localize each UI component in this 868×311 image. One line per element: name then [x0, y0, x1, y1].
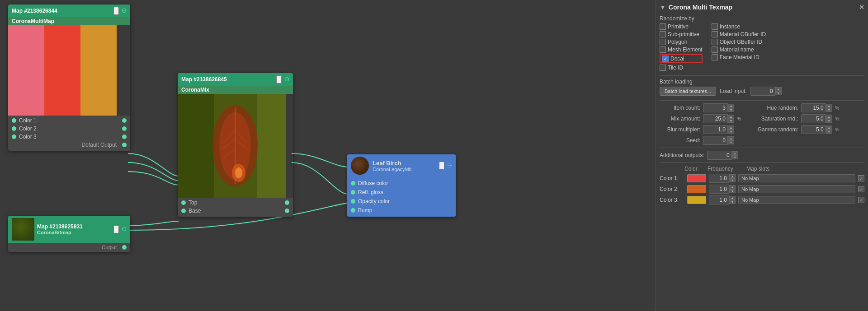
color1-map-field[interactable]	[738, 174, 855, 182]
color1-freq-down[interactable]: ▼	[729, 178, 736, 182]
additional-field[interactable]	[707, 151, 732, 160]
batch-row: Batch load textures... Load input: ▲ ▼	[660, 87, 864, 96]
item-count-down[interactable]: ▼	[728, 108, 734, 112]
cb-material-name-label: Material name	[720, 46, 754, 53]
color3-freq-down[interactable]: ▼	[729, 200, 736, 204]
blur-down[interactable]: ▼	[728, 130, 734, 134]
param-blur: Blur multipier: ▲ ▼	[660, 125, 741, 134]
sat-field[interactable]	[801, 114, 826, 123]
color3-freq-field[interactable]	[709, 195, 729, 204]
cb-material-gbuffer-box[interactable]	[712, 31, 718, 37]
color1-freq-spin-btns: ▲ ▼	[729, 174, 736, 182]
port-opacity: Opacity color	[351, 197, 452, 206]
cb-polygon: Polygon	[660, 39, 703, 45]
col-header-color: Color	[684, 166, 705, 172]
hue-up[interactable]: ▲	[826, 104, 832, 108]
color2-check[interactable]: ✓	[858, 186, 864, 192]
port-label-diffuse: Diffuse color	[358, 180, 388, 186]
mix-amount-up[interactable]: ▲	[728, 115, 734, 119]
divider-3	[660, 148, 864, 148]
coronamix-header: Map #2138626845 − ⚇	[178, 73, 293, 86]
bitmap-header: Map #2138625831 CoronaBitmap − ⚇	[8, 216, 130, 243]
cb-decal: Decal	[660, 54, 703, 63]
port-color2: Color 2	[12, 125, 127, 133]
load-input-spin-btns: ▲ ▼	[775, 87, 782, 95]
cb-mesh-element-box[interactable]	[660, 46, 666, 53]
blur-field[interactable]	[703, 125, 728, 134]
cb-tileid-box[interactable]	[660, 65, 666, 71]
bitmap-minimize[interactable]: −	[113, 225, 119, 233]
port-label-refl-gloss: Refl. gloss.	[358, 189, 385, 195]
cb-instance-box[interactable]	[712, 23, 718, 30]
color1-check[interactable]: ✓	[858, 175, 864, 181]
panel-collapse-icon[interactable]: ▼	[660, 4, 666, 11]
load-input-field[interactable]	[750, 87, 775, 96]
multimap-minimize[interactable]: −	[113, 7, 119, 15]
color1-swatch[interactable]	[687, 174, 706, 182]
sat-up[interactable]: ▲	[826, 115, 832, 119]
mix-amount-spin-btns: ▲ ▼	[728, 115, 734, 123]
color2-freq-down[interactable]: ▼	[729, 189, 736, 193]
color3-swatch[interactable]	[687, 196, 706, 204]
gamma-field[interactable]	[801, 125, 826, 134]
panel-close-icon[interactable]: ✕	[859, 4, 864, 11]
randomize-section: Randomize by Primitive Sub-primitive Pol…	[660, 15, 864, 71]
blur-label: Blur multipier:	[660, 126, 700, 133]
seed-up[interactable]: ▲	[728, 136, 734, 140]
mix-amount-field[interactable]	[703, 114, 728, 123]
color2-freq-spinbox: ▲ ▼	[709, 185, 736, 194]
bitmap-header-content: Map #2138625831 CoronaBitmap	[12, 218, 83, 241]
load-input-up[interactable]: ▲	[775, 87, 782, 91]
color2-map-field[interactable]	[738, 185, 855, 193]
hue-field[interactable]	[801, 103, 826, 112]
color2-freq-up[interactable]: ▲	[729, 185, 736, 189]
item-count-up[interactable]: ▲	[728, 104, 734, 108]
cb-decal-box[interactable]	[662, 56, 669, 62]
divider-1	[660, 75, 864, 76]
load-input-label: Load input:	[720, 88, 746, 94]
color3-map-field[interactable]	[738, 196, 855, 204]
color1-freq-field[interactable]	[709, 174, 729, 183]
cb-primitive-box[interactable]	[660, 23, 666, 30]
color1-freq-up[interactable]: ▲	[729, 174, 736, 178]
additional-down[interactable]: ▼	[732, 155, 738, 159]
seed-field[interactable]	[703, 136, 728, 145]
additional-spinbox: ▲ ▼	[707, 151, 738, 160]
cb-face-material-box[interactable]	[712, 54, 718, 60]
port-dot-refl-gloss	[351, 190, 355, 195]
cb-primitive-label: Primitive	[668, 23, 689, 30]
gamma-down[interactable]: ▼	[826, 130, 832, 134]
blur-spin-btns: ▲ ▼	[728, 125, 734, 134]
blur-up[interactable]: ▲	[728, 125, 734, 130]
color1-freq-spinbox: ▲ ▼	[709, 174, 736, 183]
cb-polygon-box[interactable]	[660, 39, 666, 45]
item-count-spinbox: ▲ ▼	[703, 103, 734, 112]
cb-material-gbuffer-label: Material GBuffer ID	[720, 31, 766, 37]
coronamix-ports: Top Base	[178, 198, 293, 217]
load-input-down[interactable]: ▼	[775, 91, 782, 95]
batch-load-button[interactable]: Batch load textures...	[660, 87, 716, 96]
cb-object-gbuffer-box[interactable]	[712, 39, 718, 45]
color3-check[interactable]: ✓	[858, 197, 864, 203]
item-count-field[interactable]	[703, 103, 728, 112]
gamma-up[interactable]: ▲	[826, 125, 832, 130]
coronamix-minimize[interactable]: −	[276, 75, 282, 84]
color3-freq-up[interactable]: ▲	[729, 196, 736, 200]
port-dot-base	[181, 209, 186, 213]
additional-up[interactable]: ▲	[732, 151, 738, 155]
cb-subprimitive-box[interactable]	[660, 31, 666, 37]
hue-down[interactable]: ▼	[826, 108, 832, 112]
leafbirch-ports: Diffuse color Refl. gloss. Opacity color…	[347, 177, 456, 217]
panel-header: ▼ Corona Multi Texmap ✕	[660, 4, 864, 11]
leafbirch-subtitle: CoronaLegacyMtl	[373, 167, 411, 172]
cb-material-name-box[interactable]	[712, 46, 718, 53]
randomize-label: Randomize by	[660, 15, 864, 22]
gamma-spinbox: ▲ ▼	[801, 125, 832, 134]
color2-freq-field[interactable]	[709, 185, 729, 194]
leafbirch-minimize[interactable]: −	[439, 162, 444, 170]
color2-swatch[interactable]	[687, 185, 706, 193]
sat-down[interactable]: ▼	[826, 119, 832, 123]
seed-down[interactable]: ▼	[728, 140, 734, 144]
port-dot-right-color1	[122, 118, 127, 123]
mix-amount-down[interactable]: ▼	[728, 119, 734, 123]
